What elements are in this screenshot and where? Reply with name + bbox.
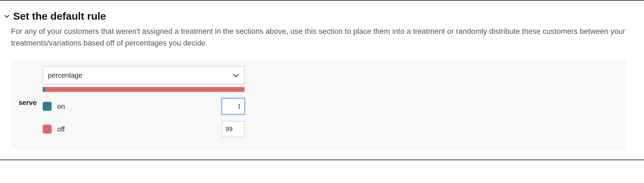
treatment-on-label: on [57, 103, 65, 110]
treatment-on-left: on [43, 102, 65, 111]
treatment-on-percent-input[interactable] [222, 98, 245, 114]
chevron-down-icon [4, 13, 10, 19]
chevron-down-icon [232, 72, 239, 79]
treatment-off-left: off [43, 125, 65, 134]
treatment-off-swatch [43, 125, 52, 134]
serve-label: serve [19, 97, 37, 107]
treatment-row-off: off [43, 121, 245, 137]
serve-controls: percentage on [43, 66, 245, 137]
section-description: For any of your customers that weren't a… [11, 26, 626, 49]
serve-select[interactable]: percentage [43, 66, 245, 84]
default-rule-section: Set the default rule For any of your cus… [0, 1, 644, 160]
treatment-on-swatch [43, 102, 52, 111]
section-header[interactable]: Set the default rule [4, 10, 640, 22]
allocation-bar-on [43, 87, 45, 92]
treatment-row-on: on [43, 98, 245, 115]
serve-select-value: percentage [48, 71, 82, 79]
allocation-bar[interactable] [43, 87, 245, 92]
treatment-off-percent-input[interactable] [222, 121, 245, 137]
section-title: Set the default rule [13, 10, 106, 22]
default-rule-section-wrapper: Set the default rule For any of your cus… [0, 0, 644, 160]
treatment-off-label: off [57, 125, 65, 133]
default-rule-panel: serve percentage [11, 59, 626, 150]
serve-row: serve percentage [19, 66, 619, 137]
